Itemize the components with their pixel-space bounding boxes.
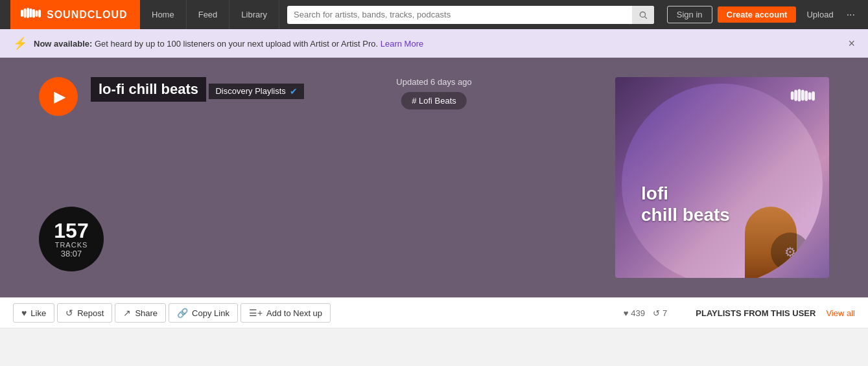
view-all-link[interactable]: View all (826, 308, 855, 318)
reposts-count: 7 (663, 308, 667, 318)
add-next-icon: ☰+ (249, 308, 263, 318)
hero-meta: Updated 6 days ago # Lofi Beats (396, 77, 471, 109)
hero-artwork-container: ⚙ lofi chill beats (615, 77, 829, 278)
repost-button[interactable]: ↺ Repost (57, 303, 112, 323)
tag-lofi[interactable]: # Lofi Beats (401, 92, 467, 109)
soundcloud-logo-icon (21, 6, 41, 23)
link-icon: 🔗 (177, 308, 188, 318)
likes-stat: ♥ 439 (624, 308, 645, 318)
playlist-title: lo-fi chill beats (91, 77, 206, 102)
svg-line-1 (645, 16, 647, 18)
hero-section: ▶ lo-fi chill beats Discovery Playlists … (0, 58, 868, 297)
upload-button[interactable]: Upload (801, 10, 838, 19)
share-button[interactable]: ↗ Share (115, 303, 166, 323)
artwork-title: lofi chill beats (641, 183, 730, 226)
copy-link-button[interactable]: 🔗 Copy Link (169, 303, 238, 323)
heart-icon: ♥ (21, 308, 27, 318)
play-icon: ▶ (54, 87, 65, 106)
search-input[interactable] (287, 10, 632, 19)
share-icon: ↗ (123, 308, 131, 318)
lightning-icon: ⚡ (13, 36, 27, 51)
play-button[interactable]: ▶ (39, 77, 78, 116)
navbar: SOUNDCLOUD Home Feed Library Sign in Cre… (0, 0, 868, 29)
hero-left: ▶ lo-fi chill beats Discovery Playlists … (39, 77, 615, 233)
logo[interactable]: SOUNDCLOUD (10, 0, 140, 29)
stats: ♥ 439 ↺ 7 (624, 308, 668, 318)
hero-top: ▶ lo-fi chill beats Discovery Playlists … (39, 77, 615, 116)
add-next-button[interactable]: ☰+ Add to Next up (240, 303, 331, 323)
subtitle-text: Discovery Playlists (215, 86, 285, 96)
search-button[interactable] (632, 6, 654, 24)
tracks-label: TRACKS (55, 241, 88, 249)
like-button[interactable]: ♥ Like (13, 303, 54, 323)
copy-link-label: Copy Link (192, 308, 229, 318)
repost-label: Repost (77, 308, 104, 318)
logo-text: SOUNDCLOUD (47, 9, 128, 21)
search-wrapper (287, 6, 654, 24)
tracks-badge: 157 TRACKS 38:07 (39, 207, 104, 271)
nav-actions: Sign in Create account Upload ··· (667, 6, 858, 23)
likes-heart-icon: ♥ (624, 308, 629, 318)
playlists-from-label: PLAYLISTS FROM THIS USER (696, 308, 815, 318)
hero-title-block: lo-fi chill beats Discovery Playlists ✔ (91, 77, 304, 102)
nav-home[interactable]: Home (140, 0, 187, 29)
reposts-stat: ↺ 7 (653, 308, 667, 318)
verified-icon: ✔ (290, 86, 298, 97)
signin-button[interactable]: Sign in (667, 6, 712, 23)
svg-point-0 (640, 12, 645, 17)
learn-more-link[interactable]: Learn More (381, 39, 423, 49)
playlist-subtitle: Discovery Playlists ✔ (209, 84, 303, 99)
reposts-icon: ↺ (653, 308, 660, 318)
repost-icon: ↺ (65, 308, 73, 318)
action-bar: ♥ Like ↺ Repost ↗ Share 🔗 Copy Link ☰+ A… (0, 297, 868, 328)
nav-links: Home Feed Library (140, 0, 279, 29)
nav-feed[interactable]: Feed (187, 0, 230, 29)
updated-text: Updated 6 days ago (396, 77, 471, 87)
tracks-time: 38:07 (61, 249, 82, 258)
create-account-button[interactable]: Create account (718, 6, 797, 23)
add-next-label: Add to Next up (266, 308, 322, 318)
likes-count: 439 (631, 308, 645, 318)
like-label: Like (30, 308, 46, 318)
sc-logo-artwork (790, 87, 816, 107)
tracks-number: 157 (54, 220, 88, 241)
promo-banner: ⚡ Now available: Get heard by up to 100 … (0, 29, 868, 58)
banner-text: Now available: Get heard by up to 100 li… (34, 39, 423, 49)
share-label: Share (135, 308, 158, 318)
banner-close-button[interactable]: × (848, 37, 855, 51)
more-button[interactable]: ··· (844, 9, 858, 21)
nav-library[interactable]: Library (229, 0, 279, 29)
